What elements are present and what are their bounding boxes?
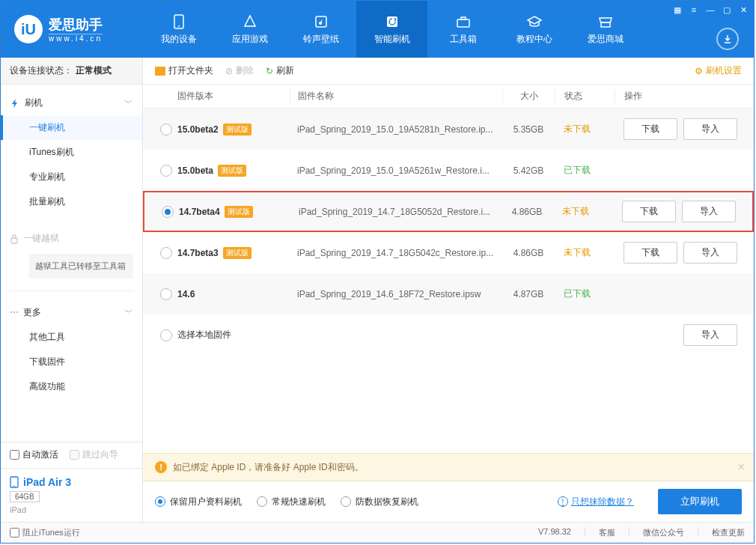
option-normal[interactable]: 常规快速刷机 [257,496,326,508]
flash-settings-button[interactable]: ⚙ 刷机设置 [695,64,742,77]
flash-options: 保留用户资料刷机 常规快速刷机 防数据恢复刷机 ! 只想抹除数据？ 立即刷机 [143,481,754,522]
device-info: iPad Air 3 64GB iPad [1,468,142,522]
beta-badge: 测试版 [223,124,252,136]
logo-title: 爱思助手 [49,16,103,34]
firmware-filename: iPad_Spring_2019_14.7_18G5042c_Restore.i… [290,248,502,258]
svg-rect-5 [461,17,466,19]
svg-point-9 [13,485,15,487]
phone-icon [171,13,187,30]
check-update-link[interactable]: 检查更新 [712,527,745,538]
import-button[interactable]: 导入 [683,118,737,140]
table-row[interactable]: 15.0beta2测试版 iPad_Spring_2019_15.0_19A52… [143,109,754,150]
flash-now-button[interactable]: 立即刷机 [658,489,742,514]
connection-status: 设备连接状态： 正常模式 [1,58,142,85]
gear-icon: ⚙ [695,66,703,76]
download-manager-icon[interactable] [716,28,739,50]
top-nav: 我的设备 应用游戏 铃声壁纸 智能刷机 工具箱 教程中心 [143,1,754,58]
device-name[interactable]: iPad Air 3 [10,476,133,488]
sidebar-item-oneclick[interactable]: 一键刷机 [1,115,142,140]
info-icon: ! [558,496,568,507]
firmware-status: 未下载 [555,123,615,136]
row-radio[interactable] [160,288,172,300]
maximize-icon[interactable]: ▢ [719,4,734,16]
folder-icon [155,67,165,76]
open-folder-button[interactable]: 打开文件夹 [155,64,213,77]
nav-ringtones[interactable]: 铃声壁纸 [285,1,356,58]
erase-data-link[interactable]: ! 只想抹除数据？ [558,496,634,508]
firmware-filename: iPad_Spring_2019_14.7_18G5052d_Restore.i… [291,207,501,217]
nav-tutorials[interactable]: 教程中心 [499,1,570,58]
row-radio[interactable] [160,329,172,341]
minimize-icon[interactable]: — [703,4,718,16]
download-button[interactable]: 下载 [622,201,676,222]
nav-apps-games[interactable]: 应用游戏 [214,1,285,58]
firmware-status: 未下载 [555,246,615,259]
sidebar-item-pro[interactable]: 专业刷机 [1,165,142,189]
table-row[interactable]: 14.7beta4测试版 iPad_Spring_2019_14.7_18G50… [143,191,754,232]
table-row[interactable]: 15.0beta测试版 iPad_Spring_2019_15.0_19A526… [143,150,754,191]
refresh-icon: ↻ [266,66,273,76]
svg-rect-6 [601,22,610,27]
col-ops: 操作 [615,90,742,103]
sidebar: 设备连接状态： 正常模式 刷机 ﹀ 一键刷机 iTunes刷机 专业刷机 批量刷… [1,58,143,522]
table-row-local[interactable]: 选择本地固件 导入 [143,314,754,356]
firmware-status: 已下载 [555,287,615,300]
warning-close-icon[interactable]: × [738,460,745,474]
row-radio[interactable] [160,165,172,177]
version-label: V7.98.32 [538,527,571,538]
radio-off-icon [257,496,267,507]
col-name: 固件名称 [290,90,502,103]
music-icon [313,13,329,30]
status-footer: 阻止iTunes运行 V7.98.32 客服 微信公众号 检查更新 [1,522,754,543]
nav-my-device[interactable]: 我的设备 [143,1,214,58]
skip-guide-checkbox[interactable]: 跳过向导 [70,448,118,461]
block-itunes-checkbox[interactable]: 阻止iTunes运行 [10,527,80,538]
download-button[interactable]: 下载 [624,242,677,264]
beta-badge: 测试版 [223,247,252,259]
wechat-link[interactable]: 微信公众号 [643,527,684,538]
menu-icon[interactable]: ≡ [686,4,701,16]
table-row[interactable]: 14.7beta3测试版 iPad_Spring_2019_14.7_18G50… [143,232,754,273]
row-radio[interactable] [160,247,172,259]
logo: iU 爱思助手 www.i4.cn [1,1,143,58]
radio-on-icon [155,496,165,507]
warning-banner: ! 如已绑定 Apple ID，请准备好 Apple ID和密码。 × [143,453,754,481]
col-status: 状态 [555,90,615,103]
sidebar-more-head[interactable]: ⋯ 更多 ﹀ [1,300,142,325]
option-anti-loss[interactable]: 防数据恢复刷机 [341,496,418,508]
more-icon: ⋯ [10,307,19,317]
radio-off-icon [341,496,351,507]
refresh-button[interactable]: ↻ 刷新 [266,64,294,77]
customer-service-link[interactable]: 客服 [599,527,615,538]
sidebar-item-itunes[interactable]: iTunes刷机 [1,140,142,165]
skin-icon[interactable]: ▦ [670,4,685,16]
import-button[interactable]: 导入 [683,324,737,346]
jailbreak-note: 越狱工具已转移至工具箱 [29,254,133,278]
sidebar-item-download-fw[interactable]: 下载固件 [1,350,142,374]
sidebar-item-advanced[interactable]: 高级功能 [1,374,142,399]
firmware-filename: iPad_Spring_2019_14.6_18F72_Restore.ipsw [290,289,502,299]
graduation-icon [526,13,543,30]
nav-toolbox[interactable]: 工具箱 [427,1,499,58]
download-button[interactable]: 下载 [624,118,677,140]
device-capacity: 64GB [10,491,40,502]
import-button[interactable]: 导入 [682,201,736,222]
auto-activate-checkbox[interactable]: 自动激活 [10,448,58,461]
import-button[interactable]: 导入 [683,242,737,264]
sidebar-flash-head[interactable]: 刷机 ﹀ [1,91,142,115]
firmware-filename: iPad_Spring_2019_15.0_19A5261w_Restore.i… [290,165,502,176]
row-radio[interactable] [162,206,174,218]
table-row[interactable]: 14.6 iPad_Spring_2019_14.6_18F72_Restore… [143,273,754,314]
nav-smart-flash[interactable]: 智能刷机 [356,1,427,58]
nav-store[interactable]: 爱思商城 [570,1,641,58]
svg-rect-4 [457,19,469,27]
refresh-icon [384,13,400,30]
firmware-filename: iPad_Spring_2019_15.0_19A5281h_Restore.i… [290,124,502,135]
option-keep-data[interactable]: 保留用户资料刷机 [155,496,242,508]
close-icon[interactable]: ✕ [736,4,751,16]
sidebar-item-batch[interactable]: 批量刷机 [1,189,142,214]
sidebar-item-other-tools[interactable]: 其他工具 [1,325,142,350]
row-radio[interactable] [160,124,172,136]
apps-icon [242,13,258,30]
firmware-size: 5.42GB [502,165,555,176]
